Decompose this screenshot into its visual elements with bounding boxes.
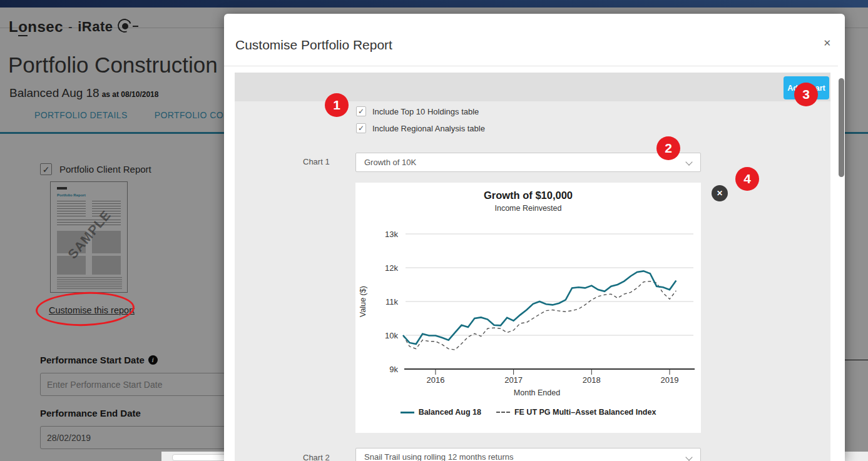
svg-text:10k: 10k — [385, 331, 398, 340]
modal-scrollbar-thumb[interactable] — [839, 78, 844, 177]
svg-text:11k: 11k — [385, 297, 398, 306]
svg-text:2018: 2018 — [583, 375, 601, 385]
chart-y-axis-title: Value ($) — [359, 286, 367, 317]
chart1-selected-value: Growth of 10K — [356, 158, 416, 167]
growth-chart-box: Growth of $10,000 Income Reinvested 9k10… — [355, 183, 701, 433]
modal-close-icon[interactable]: ✕ — [823, 38, 831, 49]
include-regional-analysis-label: Include Regional Analysis table — [372, 124, 485, 133]
legend-solid-line-swatch — [401, 412, 414, 413]
chart1-label: Chart 1 — [303, 157, 330, 166]
modal-title: Customise Portfolio Report — [235, 38, 392, 53]
chart-legend: Balanced Aug 18 FE UT PG Multi–Asset Bal… — [355, 408, 701, 417]
balanced-series-line — [403, 271, 676, 344]
annotation-badge-1: 1 — [325, 93, 349, 117]
chart-subtitle: Income Reinvested — [494, 204, 561, 213]
svg-text:2017: 2017 — [504, 375, 523, 385]
chart-x-ticks: 2016201720182019 — [426, 369, 678, 385]
annotation-badge-2: 2 — [656, 136, 680, 160]
include-top10-holdings-label: Include Top 10 Holdings table — [372, 107, 479, 116]
growth-of-10k-chart: Growth of $10,000 Income Reinvested 9k10… — [355, 183, 701, 433]
chart-title: Growth of $10,000 — [484, 190, 573, 201]
screenshot-root: Lonsec - iRate Portfolio Construction Ba… — [0, 0, 868, 461]
chart2-selected-value: Snail Trail using rolling 12 months retu… — [356, 452, 513, 461]
customise-portfolio-report-modal: Customise Portfolio Report ✕ Add Chart ✓… — [224, 14, 845, 461]
svg-text:2016: 2016 — [426, 375, 444, 385]
chart-gridlines — [406, 234, 693, 335]
chart2-select[interactable]: Snail Trail using rolling 12 months retu… — [355, 448, 701, 461]
modal-scrollbar-track[interactable] — [838, 39, 845, 461]
include-top10-holdings-checkbox[interactable]: ✓ — [356, 106, 366, 116]
modal-header-divider — [224, 66, 845, 66]
legend-dashed-line-swatch — [496, 412, 510, 413]
legend-index: FE UT PG Multi–Asset Balanced Index — [496, 408, 656, 417]
chart1-select[interactable]: Growth of 10K — [355, 153, 701, 172]
modal-toolbar: Add Chart — [235, 73, 830, 101]
annotation-badge-4: 4 — [735, 167, 759, 191]
chevron-down-icon — [685, 453, 692, 460]
include-top10-holdings-row: ✓ Include Top 10 Holdings table — [356, 106, 479, 116]
chart2-label: Chart 2 — [303, 453, 330, 461]
modal-body-panel: Add Chart ✓ Include Top 10 Holdings tabl… — [235, 73, 830, 461]
chart-y-tick-labels: 9k10k11k12k13k — [385, 230, 398, 374]
chart-x-axis-title: Month Ended — [514, 388, 560, 397]
include-regional-analysis-row: ✓ Include Regional Analysis table — [356, 123, 485, 133]
chevron-down-icon — [685, 158, 692, 165]
index-series-line — [403, 281, 676, 350]
legend-balanced: Balanced Aug 18 — [401, 408, 481, 417]
svg-text:12k: 12k — [385, 263, 398, 273]
remove-chart1-icon[interactable]: ✕ — [712, 185, 728, 201]
include-regional-analysis-checkbox[interactable]: ✓ — [356, 123, 366, 133]
annotation-badge-3: 3 — [794, 83, 818, 106]
svg-text:2019: 2019 — [661, 375, 679, 385]
svg-text:9k: 9k — [389, 365, 398, 374]
svg-text:13k: 13k — [385, 230, 398, 239]
